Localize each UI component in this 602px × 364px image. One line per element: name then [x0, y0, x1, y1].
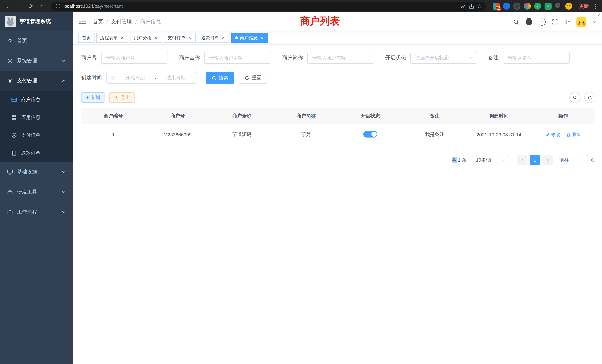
update-button[interactable]: 更新 [579, 3, 589, 10]
sidebar-item-workflow[interactable]: 工作流程 [0, 202, 73, 222]
refresh-icon[interactable]: ⟳ [26, 1, 36, 11]
extension-darkmode-icon[interactable] [555, 3, 562, 10]
breadcrumb-home[interactable]: 首页 [93, 19, 103, 25]
sidebar-item-home[interactable]: 首页 [0, 31, 73, 51]
sidebar-item-app-info[interactable]: 应用信息 [0, 109, 73, 126]
create-time-label: 创建时间 [81, 75, 102, 81]
column-header-full-name: 商户全称 [210, 108, 274, 124]
extension-check-icon[interactable]: ✓ [534, 3, 541, 10]
tab-process-form[interactable]: 流程表单 × [96, 33, 128, 43]
sidebar-item-label: 工作流程 [17, 209, 37, 215]
top-navbar: 首页 / 支付管理 / 商户信息 ? TT [73, 12, 602, 32]
page-size-select[interactable]: 10条/页 [472, 155, 509, 165]
address-bar[interactable]: ⓘ localhost:1024/pay/merchant ☆ [51, 2, 486, 11]
close-icon[interactable]: × [221, 35, 226, 40]
url-text: localhost:1024/pay/merchant [63, 3, 123, 9]
sidebar-item-merchant-info[interactable]: 商户信息 [0, 91, 73, 109]
status-toggle[interactable] [363, 131, 377, 137]
help-icon[interactable]: ? [539, 18, 546, 25]
extension-drop-icon[interactable] [503, 3, 510, 10]
close-icon[interactable]: × [153, 35, 158, 40]
date-range-picker[interactable]: 开始日期 - 结束日期 [106, 72, 196, 84]
cell-merchant-id: 1 [81, 124, 146, 145]
column-header-status: 开启状态 [338, 108, 403, 124]
tab-home[interactable]: 首页 [78, 33, 95, 43]
share-icon[interactable] [469, 3, 474, 9]
sidebar-item-refund-order[interactable]: 退款订单 [0, 144, 73, 162]
cell-actions: 修改 删除 [531, 124, 595, 145]
close-icon[interactable]: × [259, 35, 264, 40]
tab-pay-order[interactable]: 支付订单 × [164, 33, 196, 43]
extension-circle-icon[interactable] [513, 3, 520, 10]
sidebar-item-payment[interactable]: ¥ 支付管理 [0, 71, 73, 91]
show-search-toggle-button[interactable] [569, 92, 580, 103]
home-icon[interactable]: ⌂ [37, 1, 47, 11]
start-date-placeholder[interactable]: 开始日期 [119, 75, 151, 81]
fullscreen-icon[interactable] [552, 19, 558, 25]
breadcrumb-separator: / [135, 19, 137, 25]
reset-button[interactable]: 重置 [239, 72, 267, 84]
status-select[interactable]: 请选择开启状态 [410, 52, 477, 64]
merchant-no-input[interactable] [101, 52, 168, 64]
search-button[interactable]: 搜索 [206, 72, 234, 84]
fontsize-icon[interactable]: TT [564, 19, 570, 25]
end-date-placeholder[interactable]: 结束日期 [160, 75, 192, 81]
sidebar-item-pay-order[interactable]: 支付订单 [0, 126, 73, 144]
edit-link[interactable]: 修改 [546, 131, 560, 138]
table-header-row: 商户编号 商户号 商户全称 商户简称 开启状态 备注 创建时间 操作 [81, 108, 595, 124]
sidebar-item-label: 支付订单 [21, 132, 40, 139]
column-header-remark: 备注 [403, 108, 467, 124]
avatar-caret-icon[interactable] [593, 20, 597, 24]
navbar-actions: ? TT [513, 17, 597, 27]
remark-input[interactable] [503, 52, 570, 64]
user-avatar[interactable] [576, 17, 586, 27]
sidebar-item-label: 应用信息 [21, 114, 40, 121]
refresh-table-button[interactable] [584, 92, 595, 103]
extension-smiley-icon[interactable] [565, 3, 572, 10]
gear-icon [7, 58, 13, 64]
window-caret-icon[interactable] [596, 13, 601, 17]
back-icon[interactable]: ← [4, 1, 13, 11]
sidebar-item-devtools[interactable]: 研发工具 [0, 182, 73, 202]
site-info-icon[interactable]: ⓘ [56, 3, 60, 10]
key-icon[interactable] [461, 3, 466, 9]
tabs-bar: 首页 流程表单 × 用户分组 × 支付订单 × 退款订单 × 商户信息 × [73, 32, 602, 44]
goto-page-input[interactable] [572, 155, 588, 165]
breadcrumb-payment[interactable]: 支付管理 [111, 19, 132, 25]
page-number-button[interactable]: 1 [530, 155, 540, 165]
goto-label: 前往 [559, 157, 569, 163]
extension-notes-icon[interactable]: ≡ [545, 3, 552, 10]
search-icon[interactable] [513, 19, 519, 25]
sidebar-item-infrastructure[interactable]: 基础设施 [0, 162, 73, 182]
tab-user-group[interactable]: 用户分组 × [130, 33, 162, 43]
next-page-button[interactable] [542, 155, 553, 165]
column-header-merchant-no: 商户号 [146, 108, 210, 124]
tab-merchant-info[interactable]: 商户信息 × [231, 33, 268, 43]
close-icon[interactable]: × [120, 35, 125, 40]
cell-remark: 我是备注 [403, 124, 467, 145]
bookmark-star-icon[interactable]: ☆ [477, 3, 482, 9]
github-icon[interactable] [526, 19, 532, 25]
add-button[interactable]: + 新增 [81, 92, 105, 103]
export-button[interactable]: 导出 [109, 92, 135, 103]
forward-icon[interactable]: → [15, 1, 24, 11]
delete-link[interactable]: 删除 [566, 131, 581, 138]
cell-full-name: 芋道源码 [210, 124, 274, 145]
hamburger-icon[interactable] [79, 19, 86, 25]
extension-grid-icon[interactable]: 10 [493, 3, 500, 10]
chevron-down-icon [469, 56, 473, 60]
extension-colorwheel-icon[interactable] [524, 3, 531, 10]
short-name-input[interactable] [307, 52, 374, 64]
full-name-input[interactable] [204, 52, 271, 64]
close-icon[interactable]: × [187, 35, 192, 40]
yen-icon: ¥ [7, 78, 13, 84]
page-unit-label: 页 [591, 157, 595, 163]
chevron-down-icon [62, 170, 66, 174]
sidebar-item-system[interactable]: 系统管理 [0, 51, 73, 71]
toolbox-icon [7, 189, 13, 195]
app-logo[interactable]: 芋道管理系统 [0, 12, 73, 31]
browser-menu-icon[interactable]: ⋮ [592, 3, 598, 10]
tab-refund-order[interactable]: 退款订单 × [198, 33, 229, 43]
calendar-icon [110, 75, 116, 80]
prev-page-button[interactable] [517, 155, 527, 165]
